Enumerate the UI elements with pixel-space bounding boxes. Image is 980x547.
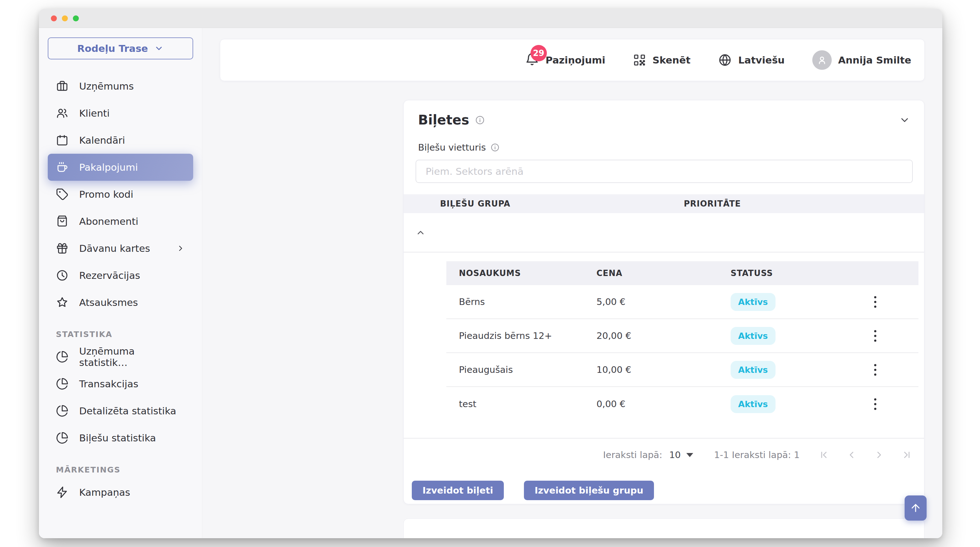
sidebar-item-atsauksmes[interactable]: Atsauksmes: [48, 289, 193, 316]
main-content: 29 Paziņojumi Skenēt Latviešu: [202, 28, 942, 538]
panel-header: Biļetes: [404, 100, 924, 128]
close-window-button[interactable]: [51, 15, 57, 21]
qr-code-icon: [633, 53, 646, 67]
column-cena: CENA: [597, 268, 730, 278]
scroll-to-top-button[interactable]: [905, 496, 927, 521]
workspace-selector[interactable]: Rodeļu Trase: [48, 37, 193, 59]
sidebar-item-kalendari[interactable]: Kalendāri: [48, 127, 193, 154]
status-badge: Aktīvs: [730, 395, 776, 413]
zap-icon: [56, 486, 68, 499]
pie-chart-icon: [56, 378, 68, 390]
notifications-button[interactable]: 29 Paziņojumi: [525, 52, 605, 69]
star-icon: [56, 296, 68, 309]
tickets-panel: Biļetes Biļešu vietturis BIĻEŠU GRUPA PR…: [403, 100, 924, 504]
column-prioritate: PRIORITĀTE: [684, 199, 741, 209]
sidebar-item-uznemums[interactable]: Uzņēmums: [48, 73, 193, 100]
table-row: test 0,00 € Aktīvs: [446, 387, 918, 421]
per-page-value[interactable]: 10: [669, 450, 681, 460]
sidebar-item-uznemuma-statistika[interactable]: Uzņēmuma statistik…: [48, 343, 193, 370]
info-icon[interactable]: [490, 143, 500, 152]
notification-count-badge: 29: [531, 45, 547, 61]
row-actions-kebab-icon[interactable]: [871, 293, 880, 311]
row-actions-kebab-icon[interactable]: [871, 361, 880, 379]
first-page-icon[interactable]: [819, 450, 829, 460]
window-titlebar: [39, 9, 942, 28]
sidebar-item-davanu-kartes[interactable]: Dāvanu kartes: [48, 235, 193, 262]
sidebar-item-label: Dāvanu kartes: [79, 243, 150, 254]
placeholder-field-label: Biļešu vietturis: [418, 142, 910, 153]
status-badge: Aktīvs: [730, 327, 776, 345]
sidebar-item-label: Atsauksmes: [79, 297, 138, 308]
avatar: [812, 50, 832, 70]
field-label-text: Biļešu vietturis: [418, 142, 486, 153]
sidebar-item-rezervacijas[interactable]: Rezervācijas: [48, 262, 193, 289]
scan-button[interactable]: Skenēt: [633, 53, 690, 67]
window-body: Rodeļu Trase Uzņēmums Klienti Kalendāri: [39, 28, 942, 538]
group-row-expanded: [404, 213, 924, 252]
sidebar-item-kampanas[interactable]: Kampaņas: [48, 479, 193, 506]
ticket-price: 10,00 €: [597, 364, 730, 375]
screen: Rodeļu Trase Uzņēmums Klienti Kalendāri: [0, 0, 980, 547]
language-selector[interactable]: Latviešu: [718, 53, 784, 67]
info-icon[interactable]: [475, 115, 485, 125]
panel-actions: Izveidot biļeti Izveidot biļešu grupu: [404, 481, 924, 500]
pager-controls: [819, 450, 912, 460]
sidebar-section-statistika: STATISTIKA: [48, 330, 193, 339]
pagination: Ieraksti lapā: 10 1-1 Ieraksti lapā: 1: [404, 439, 924, 471]
gift-icon: [56, 242, 68, 255]
sidebar-item-detalizeta-statistika[interactable]: Detalizēta statistika: [48, 397, 193, 424]
users-icon: [56, 107, 68, 120]
clock-icon: [56, 269, 68, 282]
sidebar-item-abonementi[interactable]: Abonementi: [48, 208, 193, 235]
pie-chart-icon: [56, 432, 68, 444]
chevron-up-icon[interactable]: [415, 228, 426, 238]
sidebar-item-label: Transakcijas: [79, 378, 138, 389]
previous-page-icon[interactable]: [846, 450, 857, 460]
sidebar-item-label: Uzņēmuma statistik…: [79, 346, 185, 368]
sidebar-item-klienti[interactable]: Klienti: [48, 100, 193, 127]
sidebar-item-promo-kodi[interactable]: Promo kodi: [48, 181, 193, 208]
sidebar-item-bilesu-statistika[interactable]: Biļešu statistika: [48, 424, 193, 451]
user-name: Annija Smilte: [838, 54, 911, 66]
user-icon: [816, 54, 828, 66]
ticket-placeholder-input[interactable]: [415, 160, 913, 183]
calendar-icon: [56, 134, 68, 147]
pie-chart-icon: [56, 405, 68, 417]
sidebar-item-transakcijas[interactable]: Transakcijas: [48, 370, 193, 397]
create-ticket-button[interactable]: Izveidot biļeti: [412, 481, 504, 500]
sidebar: Rodeļu Trase Uzņēmums Klienti Kalendāri: [39, 28, 202, 538]
per-page-label: Ieraksti lapā:: [603, 450, 662, 460]
minimize-window-button[interactable]: [62, 15, 68, 21]
column-statuss: STATUSS: [730, 268, 871, 278]
sidebar-item-label: Rezervācijas: [79, 270, 140, 281]
next-page-icon[interactable]: [874, 450, 885, 460]
next-panel-partial: [403, 518, 924, 538]
sidebar-item-label: Detalizēta statistika: [79, 405, 176, 416]
column-bilesu-grupa: BIĻEŠU GRUPA: [404, 199, 684, 209]
sidebar-item-label: Klienti: [79, 107, 110, 119]
coffee-cup-icon: [56, 161, 68, 174]
create-ticket-group-button[interactable]: Izveidot biļešu grupu: [524, 481, 654, 500]
user-menu[interactable]: Annija Smilte: [812, 50, 911, 70]
row-actions-kebab-icon[interactable]: [871, 327, 880, 345]
ticket-name: Pieaudzis bērns 12+: [459, 330, 597, 341]
sidebar-item-pakalpojumi[interactable]: Pakalpojumi: [48, 154, 193, 181]
sidebar-item-label: Uzņēmums: [79, 80, 134, 92]
status-badge: Aktīvs: [730, 293, 776, 311]
sidebar-item-label: Kampaņas: [79, 486, 130, 498]
panel-title: Biļetes: [418, 112, 469, 128]
tag-icon: [56, 188, 68, 201]
ticket-name: Bērns: [459, 297, 597, 307]
last-page-icon[interactable]: [902, 450, 912, 460]
ticket-price: 20,00 €: [597, 330, 730, 341]
sidebar-item-label: Promo kodi: [79, 189, 133, 200]
per-page-dropdown-caret-icon[interactable]: [686, 453, 693, 457]
table-row: Bērns 5,00 € Aktīvs: [446, 285, 918, 319]
sidebar-item-label: Abonementi: [79, 216, 138, 227]
collapse-panel-chevron-icon[interactable]: [899, 115, 910, 126]
status-badge: Aktīvs: [730, 361, 776, 379]
maximize-window-button[interactable]: [73, 15, 79, 21]
topbar: 29 Paziņojumi Skenēt Latviešu: [220, 39, 925, 81]
row-actions-kebab-icon[interactable]: [871, 395, 880, 413]
chevron-down-icon: [154, 44, 164, 53]
